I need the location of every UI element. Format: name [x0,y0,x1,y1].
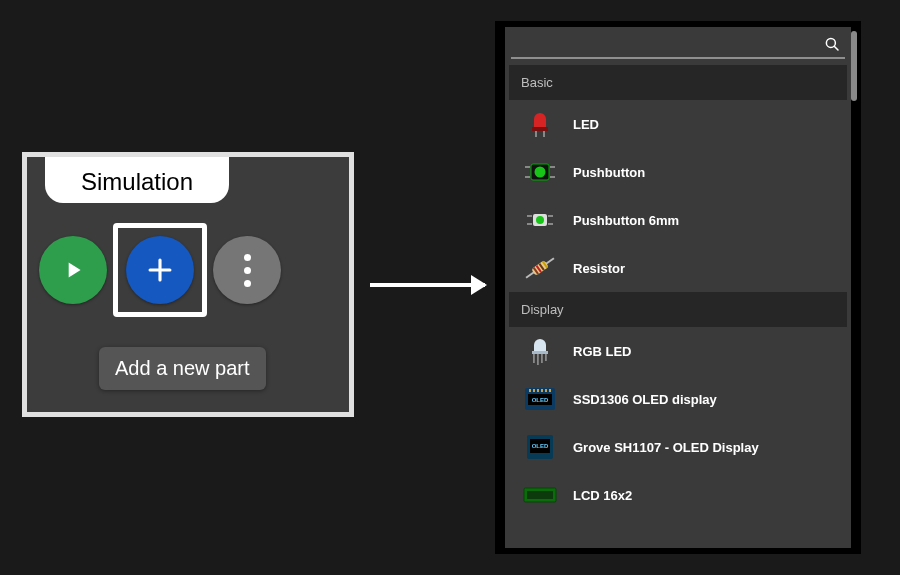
svg-rect-14 [527,223,532,225]
add-button-highlight [113,223,207,317]
svg-rect-4 [543,131,545,137]
svg-rect-25 [537,354,539,365]
part-label: RGB LED [573,344,841,359]
svg-rect-23 [532,351,548,354]
part-label: LCD 16x2 [573,488,841,503]
svg-rect-34 [541,389,543,392]
svg-point-6 [535,167,546,178]
add-part-tooltip: Add a new part [99,347,266,390]
tab-simulation-label: Simulation [81,168,193,196]
svg-rect-41 [527,491,553,499]
svg-point-12 [536,216,544,224]
plus-icon [143,253,177,287]
svg-rect-24 [533,354,535,363]
more-vertical-icon [244,254,251,287]
arrow-annotation [370,283,485,287]
pushbutton-icon [523,157,557,187]
section-header-basic: Basic [509,65,847,100]
svg-text:OLED: OLED [532,397,549,403]
lcd-16x2-icon [523,480,557,510]
svg-rect-3 [535,131,537,137]
parts-picker-inner: Basic LED Push [505,27,851,548]
part-label: LED [573,117,841,132]
search-icon [823,35,841,53]
add-part-button[interactable] [126,236,194,304]
part-label: Pushbutton 6mm [573,213,841,228]
part-label: SSD1306 OLED display [573,392,841,407]
parts-search-row[interactable] [511,31,845,59]
svg-rect-2 [532,127,548,131]
svg-rect-16 [548,223,553,225]
svg-rect-32 [533,389,535,392]
part-label: Pushbutton [573,165,841,180]
oled-ssd1306-icon: OLED [523,384,557,414]
svg-rect-27 [545,354,547,361]
section-header-basic-label: Basic [521,75,553,90]
svg-rect-26 [541,354,543,363]
part-label: Resistor [573,261,841,276]
parts-search-input[interactable] [511,36,823,53]
play-icon [60,257,86,283]
part-item-ssd1306[interactable]: OLED SSD1306 OLED display [505,375,851,423]
part-item-pushbutton-6mm[interactable]: Pushbutton 6mm [505,196,851,244]
svg-rect-33 [537,389,539,392]
svg-rect-31 [529,389,531,392]
section-header-display: Display [509,292,847,327]
rgb-led-icon [523,336,557,366]
part-item-pushbutton[interactable]: Pushbutton [505,148,851,196]
svg-line-1 [834,46,838,50]
svg-rect-7 [525,166,530,168]
svg-rect-15 [548,215,553,217]
svg-rect-10 [550,176,555,178]
svg-rect-36 [549,389,551,392]
svg-rect-9 [550,166,555,168]
parts-picker-panel: Basic LED Push [495,21,861,554]
simulation-toolbar-crop: Simulation Add a new part [22,152,354,417]
part-item-led[interactable]: LED [505,100,851,148]
part-item-rgb-led[interactable]: RGB LED [505,327,851,375]
oled-sh1107-icon: OLED [523,432,557,462]
led-icon [523,109,557,139]
resistor-icon [523,253,557,283]
part-label: Grove SH1107 - OLED Display [573,440,841,455]
section-header-display-label: Display [521,302,564,317]
play-button[interactable] [39,236,107,304]
parts-scrollbar[interactable] [851,27,857,548]
tab-simulation[interactable]: Simulation [45,157,229,203]
more-options-button[interactable] [213,236,281,304]
pushbutton-6mm-icon [523,205,557,235]
add-part-tooltip-text: Add a new part [115,357,250,379]
part-item-grove-sh1107[interactable]: OLED Grove SH1107 - OLED Display [505,423,851,471]
svg-rect-13 [527,215,532,217]
toolbar-button-row [39,223,281,317]
svg-rect-35 [545,389,547,392]
part-item-lcd-16x2[interactable]: LCD 16x2 [505,471,851,519]
svg-rect-8 [525,176,530,178]
svg-text:OLED: OLED [532,443,549,449]
scrollbar-thumb[interactable] [851,31,857,101]
part-item-resistor[interactable]: Resistor [505,244,851,292]
